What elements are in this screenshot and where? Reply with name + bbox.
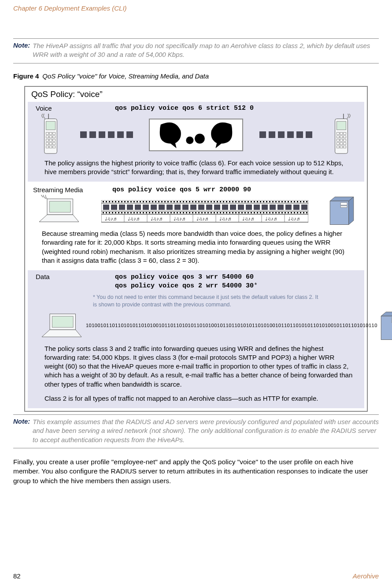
svg-rect-109 (306, 201, 307, 202)
film-strip-icon: ♩♫♪♬♩♫♪♬♩♫♪♬♩♫♪♬♩♫♪♬♩♫♪♬♩♫♪♬♩♫♪♬♩♫♪♬ (101, 200, 308, 222)
svg-rect-27 (340, 135, 343, 138)
svg-rect-91 (251, 201, 252, 202)
svg-rect-151 (149, 212, 150, 213)
svg-point-18 (186, 136, 193, 144)
svg-rect-183 (248, 212, 249, 213)
note-box-1: Note: The HiveAP assigns all traffic tha… (13, 38, 379, 63)
svg-rect-161 (180, 212, 181, 213)
svg-rect-178 (232, 212, 233, 213)
svg-rect-133 (285, 205, 292, 210)
svg-rect-44 (106, 201, 107, 202)
laptop-icon (35, 196, 83, 227)
svg-rect-21 (337, 121, 346, 130)
svg-rect-177 (229, 212, 230, 213)
page-number: 82 (13, 572, 21, 580)
svg-rect-134 (293, 205, 300, 210)
svg-rect-154 (158, 212, 159, 213)
voice-body: The policy assigns the highest priority … (36, 158, 356, 177)
svg-rect-36 (340, 145, 343, 148)
svg-rect-64 (167, 201, 169, 202)
svg-rect-112 (119, 205, 125, 210)
svg-rect-48 (118, 201, 119, 202)
svg-rect-142 (121, 212, 122, 213)
svg-rect-71 (189, 201, 190, 202)
chapter-header: Chapter 6 Deployment Examples (CLI) (13, 4, 379, 12)
traffic-dashes-left (80, 131, 133, 138)
svg-rect-31 (344, 139, 346, 141)
svg-rect-35 (337, 145, 339, 148)
svg-rect-97 (269, 201, 270, 202)
svg-rect-103 (288, 201, 289, 202)
svg-rect-24 (340, 132, 343, 134)
svg-rect-201 (303, 212, 304, 213)
svg-rect-132 (277, 205, 284, 210)
svg-rect-172 (214, 212, 215, 213)
note-label-2: Note: (13, 417, 30, 425)
svg-rect-195 (285, 212, 286, 213)
svg-rect-99 (275, 201, 277, 202)
svg-rect-98 (272, 201, 274, 202)
svg-rect-14 (53, 142, 55, 145)
svg-rect-94 (260, 201, 261, 202)
svg-rect-62 (161, 201, 163, 202)
svg-rect-153 (155, 212, 156, 213)
voice-label: Voice (36, 104, 115, 112)
svg-rect-15 (46, 145, 48, 148)
data-command-1: qos policy voice qos 3 wrr 54000 60 (115, 273, 356, 282)
svg-rect-56 (143, 201, 144, 202)
data-header: Data qos policy voice qos 3 wrr 54000 60… (36, 273, 356, 291)
svg-rect-118 (166, 205, 173, 210)
voice-command: qos policy voice qos 6 strict 512 0 (115, 104, 254, 112)
svg-rect-101 (281, 201, 283, 202)
svg-rect-200 (300, 212, 301, 213)
voice-graphic-row (36, 114, 356, 156)
svg-rect-75 (201, 201, 203, 202)
svg-rect-57 (146, 201, 147, 202)
svg-rect-174 (220, 212, 221, 213)
svg-rect-82 (223, 201, 224, 202)
svg-rect-74 (198, 201, 200, 202)
svg-rect-131 (270, 205, 276, 210)
svg-rect-78 (211, 201, 212, 202)
data-body-1: The policy sorts class 3 and 2 traffic i… (36, 343, 356, 389)
svg-rect-187 (260, 212, 261, 213)
qos-policy-title: QoS Policy: “voice” (25, 87, 367, 102)
svg-rect-54 (137, 201, 138, 202)
streaming-body: Because streaming media (class 5) needs … (33, 228, 359, 265)
svg-rect-13 (49, 142, 52, 145)
svg-rect-59 (152, 201, 153, 202)
svg-rect-51 (127, 201, 129, 202)
svg-rect-16 (49, 145, 52, 148)
section-streaming: Streaming Media qos policy voice qos 5 w… (25, 183, 367, 270)
note-box-2: Note: This example assumes that the RADI… (13, 414, 379, 448)
svg-rect-29 (337, 139, 339, 141)
svg-rect-202 (306, 212, 307, 213)
figure-number: Figure 4 (13, 72, 39, 80)
svg-rect-117 (159, 205, 165, 210)
svg-rect-73 (195, 201, 196, 202)
svg-text:♩♫♪♬: ♩♫♪♬ (105, 216, 117, 221)
svg-rect-175 (223, 212, 224, 213)
svg-rect-197 (291, 212, 292, 213)
svg-rect-68 (180, 201, 181, 202)
svg-rect-171 (211, 212, 212, 213)
svg-rect-122 (198, 205, 204, 210)
svg-rect-67 (177, 201, 178, 202)
data-commands: qos policy voice qos 3 wrr 54000 60 qos … (115, 273, 356, 291)
svg-rect-70 (186, 201, 187, 202)
svg-rect-12 (46, 142, 48, 145)
svg-rect-160 (177, 212, 178, 213)
closing-paragraph: Finally, you create a user profile "empl… (13, 457, 379, 486)
svg-rect-138 (109, 212, 110, 213)
svg-rect-106 (297, 201, 298, 202)
svg-rect-149 (143, 212, 144, 213)
figure-title: QoS Policy "voice" for Voice, Streaming … (42, 72, 209, 80)
svg-rect-192 (275, 212, 277, 213)
svg-rect-104 (291, 201, 292, 202)
svg-rect-6 (46, 135, 48, 138)
svg-rect-105 (294, 201, 295, 202)
svg-rect-80 (217, 201, 218, 202)
svg-rect-69 (183, 201, 184, 202)
svg-rect-7 (49, 135, 52, 138)
svg-rect-179 (235, 212, 237, 213)
